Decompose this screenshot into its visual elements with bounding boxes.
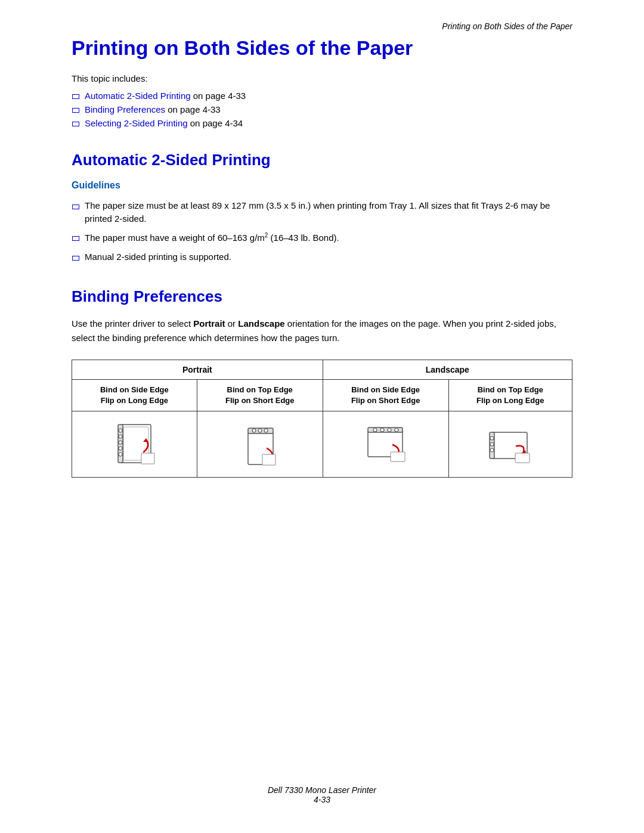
bind-icon-landscape-top	[487, 417, 534, 471]
bullet-icon-3	[72, 252, 85, 266]
bind-icon-cell-2	[323, 411, 448, 478]
svg-point-33	[388, 428, 391, 432]
subsection-guidelines: Guidelines	[72, 180, 572, 191]
header-right-text: Printing on Both Sides of the Paper	[442, 21, 572, 31]
section-auto: Automatic 2-Sided Printing Guidelines Th…	[72, 151, 572, 266]
toc-item-3: Selecting 2-Sided Printing on page 4-34	[72, 118, 572, 129]
svg-point-32	[380, 428, 384, 432]
svg-point-15	[119, 429, 122, 432]
toc-bullet-2	[72, 106, 85, 116]
svg-point-17	[119, 441, 122, 444]
svg-point-16	[119, 435, 122, 438]
guideline-1: The paper size must be at least 89 x 127…	[72, 199, 572, 226]
svg-rect-11	[73, 256, 79, 260]
toc-bullet-1	[72, 92, 85, 102]
svg-rect-36	[391, 452, 405, 462]
toc-link-1[interactable]: Automatic 2-Sided Printing	[85, 91, 191, 101]
section-auto-title: Automatic 2-Sided Printing	[72, 151, 572, 169]
bind-icon-portrait-side	[110, 417, 158, 471]
cell-header-0: Bind on Side Edge Flip on Long Edge	[72, 379, 197, 411]
svg-point-19	[119, 453, 122, 456]
toc-bullet-3	[72, 119, 85, 129]
footer-line1: Dell 7330 Mono Laser Printer	[0, 785, 644, 795]
footer-line2: 4-33	[0, 795, 644, 804]
svg-point-31	[373, 428, 377, 432]
toc-item-1: Automatic 2-Sided Printing on page 4-33	[72, 91, 572, 102]
bind-icon-portrait-top	[236, 417, 284, 471]
svg-rect-7	[73, 205, 79, 209]
svg-rect-5	[73, 122, 79, 126]
svg-rect-1	[73, 95, 79, 98]
svg-point-41	[490, 448, 494, 452]
bullet-icon-2	[72, 233, 85, 246]
bind-icon-cell-3	[448, 411, 572, 478]
svg-rect-9	[73, 237, 79, 240]
page-title: Printing on Both Sides of the Paper	[72, 36, 572, 60]
svg-point-34	[395, 428, 398, 432]
section-binding-title: Binding Preferences	[72, 287, 572, 306]
cell-header-1: Bind on Top Edge Flip on Short Edge	[197, 379, 323, 411]
toc-list: Automatic 2-Sided Printing on page 4-33 …	[72, 91, 572, 129]
svg-rect-28	[262, 454, 275, 465]
svg-point-24	[252, 429, 256, 432]
svg-point-18	[119, 447, 122, 450]
bind-icon-cell-1	[197, 411, 323, 478]
cell-header-3: Bind on Top Edge Flip on Long Edge	[448, 379, 572, 411]
toc-link-2[interactable]: Binding Preferences	[85, 104, 165, 114]
bind-icon-cell-0	[72, 411, 197, 478]
bind-icon-landscape-side	[362, 417, 410, 471]
guidelines-list: The paper size must be at least 89 x 127…	[72, 199, 572, 266]
cell-header-2: Bind on Side Edge Flip on Short Edge	[323, 379, 448, 411]
svg-rect-3	[73, 109, 79, 112]
col-header-landscape: Landscape	[323, 360, 572, 379]
intro-text: This topic includes:	[72, 73, 572, 83]
footer: Dell 7330 Mono Laser Printer 4-33	[0, 785, 644, 804]
svg-rect-43	[515, 453, 530, 463]
binding-description: Use the printer driver to select Portrai…	[72, 317, 572, 345]
svg-point-40	[490, 442, 494, 446]
svg-point-25	[258, 429, 262, 432]
svg-rect-21	[141, 453, 154, 464]
toc-item-2: Binding Preferences on page 4-33	[72, 104, 572, 116]
guideline-3: Manual 2-sided printing is supported.	[72, 250, 572, 266]
section-binding: Binding Preferences Use the printer driv…	[72, 287, 572, 478]
svg-point-26	[264, 429, 268, 432]
toc-link-3[interactable]: Selecting 2-Sided Printing	[85, 118, 188, 128]
binding-table: Portrait Landscape Bind on Side Edge Fli…	[72, 360, 572, 478]
bullet-icon-1	[72, 201, 85, 215]
svg-point-39	[490, 436, 494, 440]
guideline-2: The paper must have a weight of 60–163 g…	[72, 231, 572, 246]
col-header-portrait: Portrait	[72, 360, 323, 379]
